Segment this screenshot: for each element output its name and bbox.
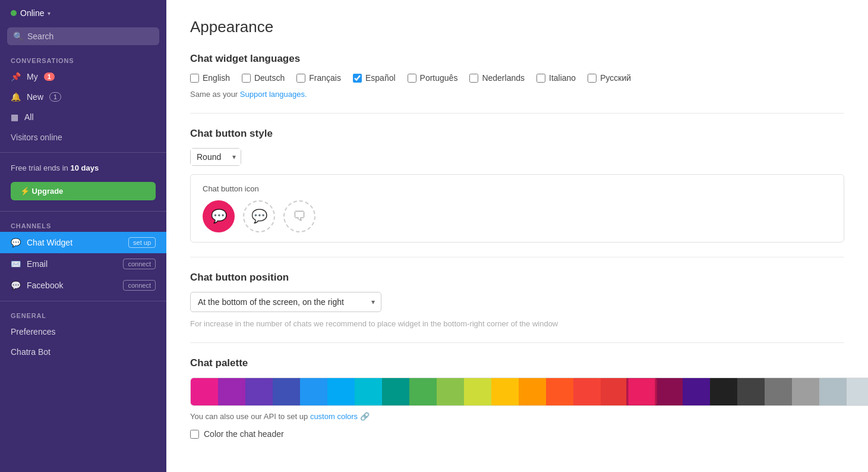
divider-3 xyxy=(0,301,166,301)
language-item-français[interactable]: Français xyxy=(296,73,341,83)
channels-section-label: CHANNELS xyxy=(0,216,166,232)
support-link-text: Same as your Support languages. xyxy=(190,90,844,99)
support-languages-link[interactable]: Support languages. xyxy=(240,90,307,99)
lang-checkbox-français[interactable] xyxy=(296,74,305,83)
lang-checkbox-português[interactable] xyxy=(408,74,416,83)
language-item-русский[interactable]: Русский xyxy=(588,73,631,83)
lang-checkbox-english[interactable] xyxy=(190,74,199,83)
color-header-checkbox[interactable] xyxy=(190,430,199,439)
palette-swatch-23[interactable] xyxy=(819,378,847,405)
palette-swatch-18[interactable] xyxy=(683,378,710,405)
facebook-connect-badge: connect xyxy=(123,280,156,291)
email-label: Email xyxy=(27,259,117,269)
palette-swatch-15[interactable] xyxy=(601,378,628,405)
palette-swatch-24[interactable] xyxy=(847,378,868,405)
palette-swatch-22[interactable] xyxy=(792,378,819,405)
lang-checkbox-русский[interactable] xyxy=(588,74,596,83)
email-connect-badge: connect xyxy=(123,259,156,269)
language-item-english[interactable]: English xyxy=(190,73,230,83)
online-dot xyxy=(11,10,17,16)
palette-swatch-9[interactable] xyxy=(437,378,464,405)
chat-widget-label: Chat Widget xyxy=(27,238,122,247)
divider-lang xyxy=(190,113,844,114)
palette-swatch-11[interactable] xyxy=(491,378,519,405)
icon-option-1[interactable]: 💬 xyxy=(203,200,235,232)
palette-swatch-13[interactable] xyxy=(546,378,573,405)
button-style-select[interactable]: Round Square xyxy=(191,149,241,165)
button-position-section-title: Chat button position xyxy=(190,272,844,284)
icon-option-3[interactable]: 🗨 xyxy=(283,200,315,232)
lang-checkbox-italiano[interactable] xyxy=(536,74,545,83)
palette-swatch-20[interactable] xyxy=(737,378,765,405)
palette-section-title: Chat palette xyxy=(190,357,844,369)
language-grid: EnglishDeutschFrançaisEspañolPortuguêsNe… xyxy=(190,73,844,83)
email-icon: ✉️ xyxy=(11,259,21,269)
palette-swatch-3[interactable] xyxy=(273,378,300,405)
lang-checkbox-español[interactable] xyxy=(353,74,362,83)
divider-style xyxy=(190,257,844,257)
language-item-deutsch[interactable]: Deutsch xyxy=(242,73,285,83)
custom-colors-link[interactable]: custom colors 🔗 xyxy=(310,412,370,421)
lang-checkbox-deutsch[interactable] xyxy=(242,74,251,83)
api-link-text: You can also use our API to set up custo… xyxy=(190,412,844,421)
button-style-section-title: Chat button style xyxy=(190,128,844,140)
button-style-select-wrap: Round Square ▾ xyxy=(190,148,241,166)
upgrade-button[interactable]: ⚡ Upgrade xyxy=(11,182,156,200)
sidebar: Online ▾ 🔍 Search CONVERSATIONS 📌 My 1 🔔… xyxy=(0,0,166,472)
visitors-online: Visitors online xyxy=(0,127,166,147)
pin-icon: 📌 xyxy=(11,72,21,81)
palette-swatch-21[interactable] xyxy=(765,378,792,405)
sidebar-item-all[interactable]: ▦ All xyxy=(0,107,166,127)
new-icon: 🔔 xyxy=(11,92,21,102)
palette-swatch-19[interactable] xyxy=(710,378,737,405)
icon-options: 💬 💬 🗨 xyxy=(203,200,832,232)
new-label: New xyxy=(27,92,43,102)
palette-swatch-10[interactable] xyxy=(464,378,491,405)
position-select[interactable]: At the bottom of the screen, on the righ… xyxy=(191,292,381,311)
status-chevron: ▾ xyxy=(48,10,50,17)
languages-section-title: Chat widget languages xyxy=(190,53,844,65)
sidebar-item-new[interactable]: 🔔 New 1 xyxy=(0,87,166,107)
search-box[interactable]: 🔍 Search xyxy=(7,27,159,45)
facebook-icon: 💬 xyxy=(11,281,21,290)
button-icon-label: Chat button icon xyxy=(203,184,832,193)
sidebar-item-facebook[interactable]: 💬 Facebook connect xyxy=(0,275,166,296)
palette-swatch-6[interactable] xyxy=(355,378,382,405)
all-label: All xyxy=(24,112,34,122)
sidebar-item-email[interactable]: ✉️ Email connect xyxy=(0,253,166,275)
palette-swatch-5[interactable] xyxy=(327,378,355,405)
palette-swatch-4[interactable] xyxy=(300,378,327,405)
language-item-español[interactable]: Español xyxy=(353,73,396,83)
divider-1 xyxy=(0,152,166,153)
palette-swatch-12[interactable] xyxy=(519,378,546,405)
palette-swatch-2[interactable] xyxy=(245,378,273,405)
palette-swatch-16[interactable] xyxy=(626,377,657,406)
sidebar-item-chatra-bot[interactable]: Chatra Bot xyxy=(0,342,166,362)
palette-swatch-8[interactable] xyxy=(409,378,437,405)
sidebar-item-my[interactable]: 📌 My 1 xyxy=(0,67,166,87)
status-indicator[interactable]: Online ▾ xyxy=(0,0,166,24)
color-header-label[interactable]: Color the chat header xyxy=(204,429,284,439)
main-content: Appearance Chat widget languages English… xyxy=(166,0,868,472)
trial-info: Free trial ends in 10 days xyxy=(0,158,166,178)
language-item-português[interactable]: Português xyxy=(408,73,458,83)
facebook-label: Facebook xyxy=(27,281,117,290)
palette-swatch-14[interactable] xyxy=(573,378,601,405)
page-title: Appearance xyxy=(190,18,844,36)
button-icon-box: Chat button icon 💬 💬 🗨 xyxy=(190,174,844,243)
search-icon: 🔍 xyxy=(13,32,23,41)
sidebar-item-chat-widget[interactable]: 💬 Chat Widget set up xyxy=(0,232,166,253)
color-header-row: Color the chat header xyxy=(190,429,844,439)
palette-swatch-1[interactable] xyxy=(218,378,245,405)
palette-swatch-0[interactable] xyxy=(191,378,218,405)
palette-swatch-17[interactable] xyxy=(655,378,683,405)
sidebar-item-preferences[interactable]: Preferences xyxy=(0,322,166,342)
divider-position xyxy=(190,342,844,343)
chat-icon: 💬 xyxy=(11,238,21,247)
lang-checkbox-nederlands[interactable] xyxy=(469,74,478,83)
palette-swatch-7[interactable] xyxy=(382,378,409,405)
language-item-italiano[interactable]: Italiano xyxy=(536,73,576,83)
language-item-nederlands[interactable]: Nederlands xyxy=(469,73,525,83)
position-hint: For increase in the number of chats we r… xyxy=(190,319,844,328)
icon-option-2[interactable]: 💬 xyxy=(243,200,275,232)
